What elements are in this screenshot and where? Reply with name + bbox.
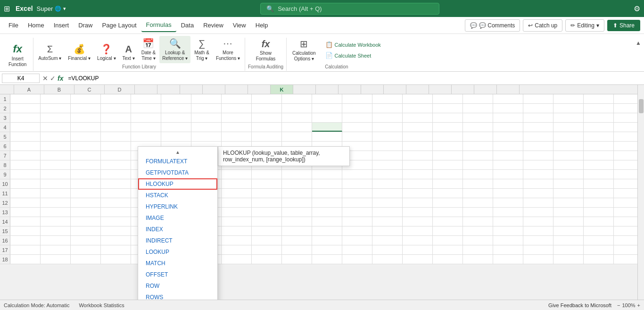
table-cell[interactable]	[101, 236, 131, 245]
share-button[interactable]: ⬆ Share	[607, 20, 640, 31]
autosum-btn[interactable]: Σ AutoSum ▾	[35, 42, 64, 63]
table-cell[interactable]	[553, 132, 584, 141]
table-cell[interactable]	[493, 208, 523, 217]
table-cell[interactable]	[493, 151, 523, 160]
table-cell[interactable]	[101, 245, 131, 254]
table-cell[interactable]	[41, 104, 71, 113]
table-cell[interactable]	[41, 255, 71, 264]
table-cell[interactable]	[433, 123, 463, 132]
table-cell[interactable]	[41, 198, 71, 207]
table-cell[interactable]	[342, 132, 372, 141]
table-cell[interactable]	[372, 236, 403, 245]
table-cell[interactable]	[41, 236, 71, 245]
zoom-in-btn[interactable]: +	[637, 302, 640, 308]
formula-x-icon[interactable]: ✕	[42, 75, 48, 82]
table-cell[interactable]	[553, 151, 584, 160]
table-cell[interactable]	[71, 123, 101, 132]
table-cell[interactable]	[433, 255, 463, 264]
col-header-g[interactable]	[180, 85, 203, 94]
table-cell[interactable]	[282, 113, 312, 122]
table-cell[interactable]	[71, 113, 101, 122]
table-cell[interactable]	[101, 123, 131, 132]
table-cell[interactable]	[372, 255, 403, 264]
table-cell[interactable]	[71, 94, 101, 103]
table-cell[interactable]	[584, 198, 614, 207]
formula-input[interactable]	[66, 74, 642, 83]
col-header-i[interactable]	[225, 85, 248, 94]
table-cell[interactable]	[523, 113, 553, 122]
table-cell[interactable]	[312, 113, 342, 122]
table-cell[interactable]	[101, 151, 131, 160]
table-cell[interactable]	[463, 104, 493, 113]
table-cell[interactable]	[403, 208, 433, 217]
table-cell[interactable]	[584, 104, 614, 113]
table-cell[interactable]	[433, 189, 463, 198]
table-cell[interactable]	[101, 255, 131, 264]
col-header-p[interactable]	[384, 85, 406, 94]
table-cell[interactable]	[101, 132, 131, 141]
table-cell[interactable]	[312, 104, 342, 113]
table-cell[interactable]	[222, 123, 252, 132]
zoom-out-btn[interactable]: −	[617, 302, 620, 308]
table-cell[interactable]	[433, 160, 463, 169]
table-cell[interactable]	[131, 104, 161, 113]
table-cell[interactable]	[403, 132, 433, 141]
table-cell[interactable]	[282, 94, 312, 103]
table-cell[interactable]	[101, 179, 131, 188]
table-cell[interactable]	[71, 179, 101, 188]
table-cell[interactable]	[463, 245, 493, 254]
table-cell[interactable]	[191, 123, 222, 132]
table-cell[interactable]	[101, 94, 131, 103]
table-cell[interactable]	[101, 208, 131, 217]
table-cell[interactable]	[403, 160, 433, 169]
table-cell[interactable]	[342, 123, 372, 132]
table-cell[interactable]	[101, 217, 131, 226]
table-cell[interactable]	[312, 123, 342, 132]
dropdown-item-offset[interactable]: OFFSET	[138, 269, 217, 280]
table-cell[interactable]	[553, 189, 584, 198]
menu-item-data[interactable]: Data	[176, 19, 198, 32]
table-cell[interactable]	[553, 198, 584, 207]
math-btn[interactable]: ∑ Math &Trig ▾	[191, 36, 212, 63]
more-functions-btn[interactable]: ⋯ MoreFunctions ▾	[213, 36, 243, 63]
table-cell[interactable]	[101, 170, 131, 179]
table-cell[interactable]	[523, 123, 553, 132]
table-cell[interactable]	[584, 255, 614, 264]
table-cell[interactable]	[463, 236, 493, 245]
table-cell[interactable]	[523, 142, 553, 151]
table-cell[interactable]	[553, 217, 584, 226]
table-cell[interactable]	[10, 198, 41, 207]
catchup-button[interactable]: ↩ Catch up	[523, 19, 562, 32]
table-cell[interactable]	[41, 170, 71, 179]
table-cell[interactable]	[403, 217, 433, 226]
table-cell[interactable]	[403, 245, 433, 254]
table-cell[interactable]	[463, 94, 493, 103]
table-cell[interactable]	[372, 226, 403, 235]
table-cell[interactable]	[584, 245, 614, 254]
table-cell[interactable]	[463, 189, 493, 198]
table-cell[interactable]	[553, 123, 584, 132]
menu-item-insert[interactable]: Insert	[49, 19, 74, 32]
table-cell[interactable]	[493, 245, 523, 254]
col-header-q[interactable]	[406, 85, 429, 94]
col-header-s[interactable]	[452, 85, 474, 94]
table-cell[interactable]	[252, 132, 282, 141]
col-header-b[interactable]: B	[44, 85, 74, 94]
col-header-m[interactable]	[316, 85, 339, 94]
logical-btn[interactable]: ❓ Logical ▾	[94, 42, 118, 63]
table-cell[interactable]	[493, 198, 523, 207]
menu-item-help[interactable]: Help	[251, 19, 273, 32]
table-cell[interactable]	[493, 189, 523, 198]
table-cell[interactable]	[131, 132, 161, 141]
table-cell[interactable]	[71, 160, 101, 169]
table-cell[interactable]	[433, 94, 463, 103]
col-header-l[interactable]	[293, 85, 316, 94]
table-cell[interactable]	[10, 160, 41, 169]
table-cell[interactable]	[372, 151, 403, 160]
table-cell[interactable]	[523, 245, 553, 254]
dropdown-scroll-up[interactable]: ▲	[138, 149, 217, 156]
table-cell[interactable]	[372, 142, 403, 151]
table-cell[interactable]	[584, 226, 614, 235]
table-cell[interactable]	[10, 255, 41, 264]
menu-item-formulas[interactable]: Formulas	[141, 18, 176, 32]
